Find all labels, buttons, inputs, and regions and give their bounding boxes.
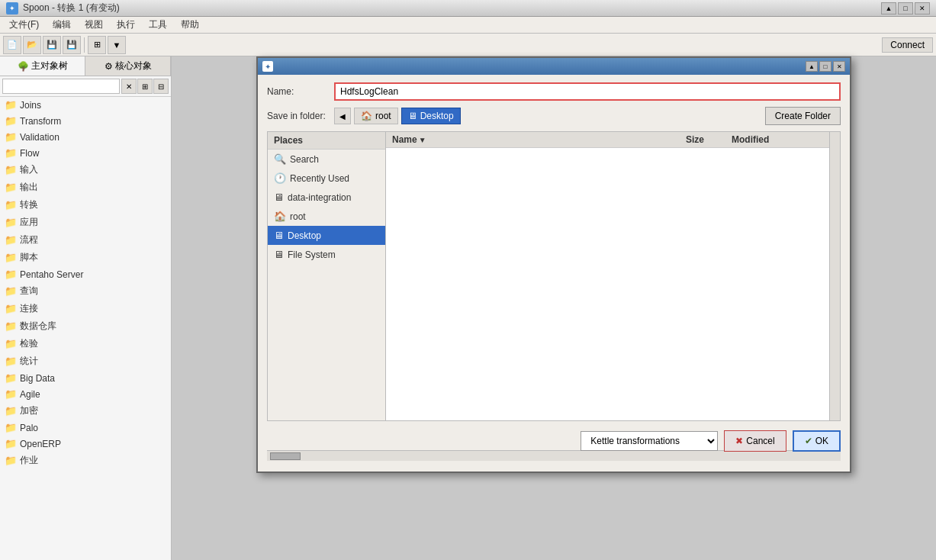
places-panel: Places 🔍 Search 🕐 Recently Used 🖥: [268, 132, 386, 420]
sidebar-item-query[interactable]: 📁 查询: [0, 282, 171, 300]
folder-breadcrumb: ◀ 🏠 root 🖥 Desktop: [334, 108, 759, 124]
sidebar-item-encrypt[interactable]: 📁 加密: [0, 402, 171, 420]
folder-icon: 📁: [5, 438, 17, 449]
sidebar-item-pentaho[interactable]: 📁 Pentaho Server: [0, 266, 171, 282]
dialog-close-button[interactable]: ✕: [833, 61, 845, 72]
open-button[interactable]: 📂: [23, 36, 41, 54]
menu-execute[interactable]: 执行: [111, 17, 141, 33]
window-controls: ▲ □ ✕: [881, 2, 930, 14]
menu-edit[interactable]: 编辑: [47, 17, 77, 33]
sidebar-item-transform[interactable]: 📁 Transform: [0, 113, 171, 129]
folder-icon: 📁: [5, 217, 17, 228]
sidebar-item-job[interactable]: 📁 作业: [0, 452, 171, 469]
minimize-button[interactable]: ▲: [881, 2, 896, 14]
sidebar-item-palo[interactable]: 📁 Palo: [0, 420, 171, 436]
sidebar-item-script[interactable]: 📁 脚本: [0, 249, 171, 266]
sidebar-item-bigdata[interactable]: 📁 Big Data: [0, 370, 171, 386]
sidebar-item-input[interactable]: 📁 输入: [0, 161, 171, 179]
folder-icon: 📁: [5, 269, 17, 280]
sidebar-item-agile[interactable]: 📁 Agile: [0, 386, 171, 402]
back-button[interactable]: ◀: [334, 108, 351, 124]
save-button[interactable]: 💾: [43, 36, 61, 54]
col-name[interactable]: Name ▼: [392, 134, 686, 145]
close-button[interactable]: ✕: [915, 2, 930, 14]
new-button[interactable]: 📄: [3, 36, 21, 54]
saveas-button[interactable]: 💾: [63, 36, 81, 54]
clear-search-button[interactable]: ✕: [121, 79, 137, 94]
places-recently-used[interactable]: 🕐 Recently Used: [268, 169, 385, 188]
cancel-button[interactable]: ✖ Cancel: [724, 430, 786, 452]
scrollbar-thumb[interactable]: [270, 452, 301, 460]
menu-tools[interactable]: 工具: [143, 17, 173, 33]
home-icon: 🏠: [361, 111, 372, 121]
menu-file[interactable]: 文件(F): [3, 17, 45, 33]
folder-icon: 📁: [5, 234, 17, 246]
files-header: Name ▼ Size Modified: [386, 132, 829, 148]
name-label: Name:: [267, 86, 328, 97]
col-size[interactable]: Size: [686, 134, 732, 145]
create-folder-button[interactable]: Create Folder: [765, 107, 841, 125]
dialog-expand-button[interactable]: ▲: [806, 61, 818, 72]
folder-icon: 📁: [5, 405, 17, 417]
sidebar: 🌳 主对象树 ⚙ 核心对象 ✕ ⊞ ⊟ 📁 Joins 📁 Tran: [0, 56, 172, 560]
dialog-restore-button[interactable]: □: [819, 61, 831, 72]
maximize-button[interactable]: □: [898, 2, 913, 14]
menu-view[interactable]: 视图: [79, 17, 109, 33]
menu-help[interactable]: 帮助: [175, 17, 205, 33]
sidebar-item-openerp[interactable]: 📁 OpenERP: [0, 436, 171, 452]
toolbar: 📄 📂 💾 💾 ⊞ ▼ Connect: [0, 34, 936, 56]
places-filesystem[interactable]: 🖥 File System: [268, 245, 385, 264]
tab-main-objects[interactable]: 🌳 主对象树: [0, 56, 85, 76]
desktop-icon: 🖥: [408, 111, 417, 121]
dialog-content: Name: Save in folder: ◀ 🏠 root: [258, 75, 850, 471]
col-modified[interactable]: Modified: [732, 134, 823, 145]
name-input[interactable]: [334, 82, 841, 101]
sidebar-item-app[interactable]: 📁 应用: [0, 214, 171, 231]
folder-icon: 📁: [5, 131, 17, 143]
collapse-button[interactable]: ⊟: [153, 79, 169, 94]
places-root[interactable]: 🏠 root: [268, 207, 385, 226]
name-row: Name:: [267, 82, 841, 101]
dialog-overlay: ✦ ▲ □ ✕ Name:: [172, 56, 936, 560]
sidebar-search-input[interactable]: [2, 79, 120, 94]
tab-core-objects[interactable]: ⚙ 核心对象: [85, 56, 171, 76]
sidebar-item-convert[interactable]: 📁 转换: [0, 196, 171, 214]
layers-button[interactable]: ⊞: [88, 36, 106, 54]
vertical-scrollbar[interactable]: [829, 132, 840, 420]
desktop-breadcrumb[interactable]: 🖥 Desktop: [401, 108, 461, 124]
sidebar-item-verify[interactable]: 📁 检验: [0, 335, 171, 352]
expand-button[interactable]: ⊞: [137, 79, 153, 94]
folder-icon: 📁: [5, 99, 17, 111]
places-data-integration[interactable]: 🖥 data-integration: [268, 188, 385, 207]
places-desktop[interactable]: 🖥 Desktop: [268, 226, 385, 245]
save-in-folder-label: Save in folder:: [267, 111, 328, 121]
folder-icon: 📁: [5, 199, 17, 211]
clock-icon: 🕐: [274, 172, 286, 184]
sidebar-item-dw[interactable]: 📁 数据仓库: [0, 317, 171, 335]
sidebar-item-stats[interactable]: 📁 统计: [0, 352, 171, 370]
ok-button[interactable]: ✔ OK: [793, 430, 841, 452]
sidebar-item-output[interactable]: 📁 输出: [0, 179, 171, 196]
folder-icon: 📁: [5, 252, 17, 263]
sidebar-item-validation[interactable]: 📁 Validation: [0, 129, 171, 145]
sidebar-tabs: 🌳 主对象树 ⚙ 核心对象: [0, 56, 171, 76]
cancel-icon: ✖: [735, 436, 743, 446]
connect-button[interactable]: Connect: [882, 37, 933, 53]
root-breadcrumb[interactable]: 🏠 root: [354, 108, 398, 124]
file-type-select[interactable]: Kettle transformations: [581, 431, 718, 451]
sort-icon: ▼: [419, 136, 426, 144]
sidebar-item-connect[interactable]: 📁 连接: [0, 300, 171, 317]
sidebar-item-joins[interactable]: 📁 Joins: [0, 97, 171, 113]
ok-icon: ✔: [805, 436, 812, 446]
separator1: [84, 37, 85, 53]
sidebar-item-workflow[interactable]: 📁 流程: [0, 231, 171, 249]
home-icon: 🏠: [274, 211, 286, 222]
menu-bar: 文件(F) 编辑 视图 执行 工具 帮助: [0, 17, 936, 34]
horizontal-scrollbar[interactable]: [267, 450, 841, 461]
dropdown-button[interactable]: ▼: [108, 36, 126, 54]
sidebar-search-bar: ✕ ⊞ ⊟: [0, 76, 171, 97]
app-icon: ✦: [6, 2, 18, 14]
folder-icon: 📁: [5, 285, 17, 297]
places-search[interactable]: 🔍 Search: [268, 150, 385, 169]
sidebar-item-flow[interactable]: 📁 Flow: [0, 145, 171, 161]
